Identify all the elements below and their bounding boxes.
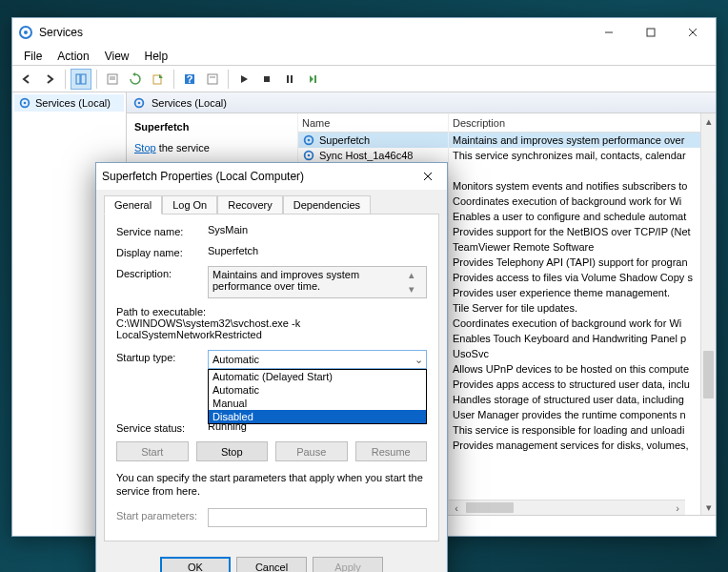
description-row[interactable]: Coordinates execution of background work… (449, 194, 700, 209)
scroll-up-button[interactable]: ▴ (701, 113, 716, 129)
minimize-button[interactable] (588, 19, 630, 46)
tab-general[interactable]: General (104, 195, 162, 214)
description-row[interactable]: Maintains and improves system performanc… (449, 133, 700, 148)
help-button[interactable]: ? (179, 69, 200, 90)
description-row[interactable]: Allows UPnP devices to be hosted on this… (449, 361, 700, 377)
description-row[interactable]: Provides user experience theme managemen… (449, 285, 700, 300)
scroll-down-button[interactable]: ▾ (701, 500, 716, 515)
svg-point-1 (24, 31, 28, 34)
gear-icon (132, 96, 146, 110)
refresh-button[interactable] (125, 69, 146, 90)
description-row[interactable]: Enables a user to configure and schedule… (449, 209, 700, 224)
pane-header-title: Services (Local) (152, 97, 227, 109)
start-parameters-input[interactable] (208, 508, 427, 527)
tab-dependencies[interactable]: Dependencies (283, 195, 371, 214)
maximize-button[interactable] (630, 19, 672, 46)
close-button[interactable] (672, 19, 714, 46)
startup-type-combo[interactable]: Automatic ⌄ Automatic (Delayed Start) Au… (208, 350, 427, 369)
chevron-down-icon[interactable]: ▾ (409, 283, 422, 296)
description-row[interactable]: Provides access to files via Volume Shad… (449, 270, 700, 285)
description-row[interactable]: Provides support for the NetBIOS over TC… (449, 224, 700, 239)
description-row[interactable]: This service synchronizes mail, contacts… (449, 148, 700, 163)
apply-button[interactable]: Apply (313, 557, 383, 572)
properties-button[interactable] (102, 69, 123, 90)
option-automatic-delayed[interactable]: Automatic (Delayed Start) (209, 370, 426, 383)
description-row[interactable]: Enables Touch Keyboard and Handwriting P… (449, 331, 700, 346)
stop-button[interactable]: Stop (196, 441, 269, 461)
tree-item-services-local[interactable]: Services (Local) (14, 94, 124, 112)
chevron-up-icon[interactable]: ▴ (409, 269, 422, 281)
service-name-label: Superfetch (319, 134, 370, 146)
description-row[interactable] (449, 163, 700, 178)
gear-icon (302, 149, 315, 162)
service-row[interactable]: Sync Host_1a46c48 (298, 148, 448, 163)
menubar: File Action View Help (12, 47, 716, 66)
pane-header: Services (Local) (127, 92, 716, 113)
label-description: Description: (116, 266, 208, 279)
description-row[interactable]: Monitors system events and notifies subs… (449, 178, 700, 194)
column-header-name[interactable]: Name (298, 113, 448, 133)
description-row[interactable]: Provides apps access to structured user … (449, 377, 700, 392)
forward-button[interactable] (39, 69, 60, 90)
dialog-buttons: OK Cancel Apply (96, 549, 447, 572)
option-automatic[interactable]: Automatic (209, 383, 426, 397)
vertical-scrollbar[interactable]: ▴ ▾ (700, 113, 716, 515)
dialog-tabs: General Log On Recovery Dependencies (96, 190, 447, 214)
services-app-icon (18, 25, 33, 40)
description-row[interactable]: UsoSvc (449, 346, 700, 361)
tab-recovery[interactable]: Recovery (217, 195, 282, 214)
description-row[interactable]: Coordinates execution of background work… (449, 316, 700, 331)
description-scrollbar[interactable]: ▴▾ (409, 269, 422, 296)
dialog-titlebar[interactable]: Superfetch Properties (Local Computer) (96, 163, 447, 190)
value-display-name: Superfetch (208, 245, 427, 256)
svg-point-27 (308, 154, 311, 157)
option-manual[interactable]: Manual (209, 397, 426, 410)
show-tree-button[interactable] (71, 69, 91, 90)
option-disabled[interactable]: Disabled (209, 410, 426, 423)
gear-icon (18, 96, 31, 110)
description-row[interactable]: Tile Server for tile updates. (449, 300, 700, 316)
restart-service-button[interactable] (302, 69, 323, 90)
description-row[interactable]: User Manager provides the runtime compon… (449, 407, 700, 422)
scroll-thumb-v[interactable] (703, 351, 714, 398)
export-button[interactable] (148, 69, 169, 90)
description-row[interactable]: This service is responsible for loading … (449, 422, 700, 438)
stop-link[interactable]: Stop (134, 142, 156, 153)
description-row[interactable]: Handles storage of structured user data,… (449, 392, 700, 407)
svg-text:?: ? (187, 73, 193, 85)
scroll-right-button[interactable]: › (670, 500, 685, 515)
svg-rect-16 (264, 76, 270, 82)
gear-icon (302, 133, 315, 147)
label-service-name: Service name: (116, 224, 208, 237)
start-service-button[interactable] (233, 69, 254, 90)
tab-logon[interactable]: Log On (162, 195, 217, 214)
scroll-thumb-h[interactable] (466, 502, 514, 513)
titlebar[interactable]: Services (12, 18, 716, 47)
menu-file[interactable]: File (16, 48, 50, 65)
value-service-name: SysMain (208, 224, 427, 235)
description-row[interactable]: Provides management services for disks, … (449, 438, 700, 453)
scroll-left-button[interactable]: ‹ (449, 500, 464, 515)
horizontal-scrollbar[interactable]: ‹ › (449, 500, 685, 515)
menu-action[interactable]: Action (50, 48, 96, 65)
console-properties-button[interactable] (202, 69, 223, 90)
back-button[interactable] (16, 69, 37, 90)
label-start-parameters: Start parameters: (116, 508, 208, 521)
cancel-button[interactable]: Cancel (236, 557, 307, 572)
window-title: Services (39, 26, 588, 39)
stop-service-button[interactable] (256, 69, 277, 90)
ok-button[interactable]: OK (160, 557, 231, 572)
svg-point-21 (24, 102, 27, 105)
dialog-title: Superfetch Properties (Local Computer) (102, 170, 415, 183)
value-path: C:\WINDOWS\system32\svchost.exe -k Local… (116, 317, 427, 340)
description-row[interactable]: TeamViewer Remote Software (449, 239, 700, 255)
svg-point-23 (138, 101, 141, 104)
description-row[interactable]: Provides Telephony API (TAPI) support fo… (449, 255, 700, 270)
menu-help[interactable]: Help (137, 48, 176, 65)
service-row[interactable]: Superfetch (298, 133, 448, 148)
column-header-description[interactable]: Description (449, 113, 700, 133)
dialog-close-button[interactable] (415, 165, 441, 188)
pause-service-button[interactable] (279, 69, 300, 90)
menu-view[interactable]: View (97, 48, 137, 65)
description-box[interactable]: Maintains and improves system performanc… (208, 266, 427, 298)
